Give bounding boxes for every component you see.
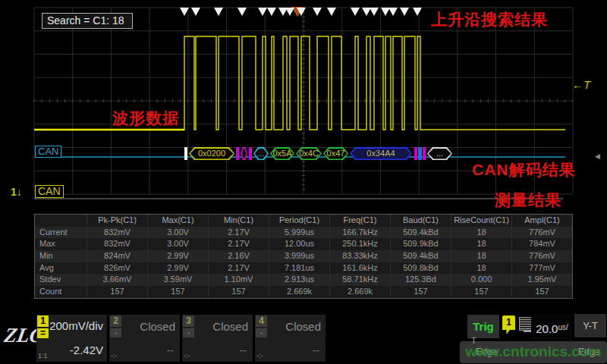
table-cell: 18 (451, 262, 511, 275)
can-decode-frame: 0x34A4 (350, 147, 412, 160)
trigger-level-marker[interactable]: ←T (572, 78, 590, 91)
annotation-search-result: 上升沿搜索结果 (431, 9, 548, 30)
search-marker-icon (285, 8, 294, 16)
table-cell: Baud(C1) (390, 215, 451, 227)
trig-button[interactable]: Trig (467, 315, 499, 338)
search-marker-icon (191, 8, 200, 16)
table-cell: Freq(C1) (329, 215, 390, 227)
search-status-box[interactable]: Search = C1: 18 (42, 13, 133, 29)
table-cell: 3.66mV (86, 274, 147, 286)
search-marker-icon (381, 8, 390, 16)
table-cell: 2.99V (147, 262, 208, 275)
channel4-offset: -- (313, 344, 319, 356)
channel1-box[interactable]: 1 = 1:1 200mV/div -2.42V (36, 315, 107, 362)
decode-scroll-left-icon[interactable]: ◀ (595, 152, 600, 160)
table-cell: 509.8kBd (390, 262, 451, 275)
table-cell: Ampl(C1) (511, 215, 572, 227)
can-decode-bar (184, 147, 187, 160)
table-cell: 2.669k (269, 286, 329, 298)
table-cell: 7.181us (269, 262, 329, 275)
watermark: www.cntronics.com (460, 341, 607, 363)
can-decode-frame: 0x47 (323, 147, 348, 160)
channel3-offset: -- (240, 344, 247, 356)
table-cell: 776mV (511, 250, 572, 262)
table-cell: 1.10mV (208, 274, 269, 286)
table-cell: 157 (451, 286, 511, 298)
can-decode-bar (423, 147, 426, 160)
table-cell: Current (35, 227, 86, 239)
channel4-badge: 4 (256, 315, 267, 327)
table-cell: 3.00V (147, 238, 208, 250)
table-cell: Avg (35, 262, 86, 275)
table-cell: 826mV (86, 262, 147, 275)
search-marker-icon (327, 8, 336, 16)
can-decode-frame-text: 0x4C (296, 147, 322, 160)
channel1-scale: 200mV/div (49, 319, 103, 332)
table-cell: RiseCount(C1) (451, 215, 511, 227)
channel1-offscreen-marker: 1↓ (11, 186, 22, 198)
can-decode-frame: 0x0200 (189, 147, 234, 160)
channel2-coupling-icon: - (110, 328, 121, 337)
table-cell: Pk-Pk(C1) (86, 215, 147, 227)
table-cell: 2.17V (208, 262, 269, 275)
table-cell: 824mV (86, 250, 147, 262)
bus-display-icon-base (524, 331, 531, 332)
table-cell: 2.913us (269, 274, 329, 286)
channel1-coupling-icon: = (37, 328, 49, 338)
search-marker-icon (388, 8, 398, 16)
annotation-measure-result: 测量结果 (495, 190, 561, 211)
table-cell: 2.16V (208, 250, 269, 262)
channel4-probe-ratio: -:- (256, 352, 263, 359)
table-cell: 3.59mV (147, 274, 208, 286)
annotation-waveform-data: 波形数据 (112, 108, 179, 129)
can-decode-frame: ... (427, 147, 452, 160)
table-cell: 3.00V (147, 227, 208, 239)
search-marker-icon (180, 8, 189, 16)
table-cell: 18 (451, 227, 511, 239)
table-cell: 509.4kBd (390, 227, 451, 239)
can-bus2-label[interactable]: CAN (35, 185, 64, 198)
table-cell: Min(C1) (208, 215, 269, 227)
table-cell: 832mV (86, 238, 147, 250)
table-cell: 83.33kHz (329, 250, 390, 262)
search-marker-icon (237, 8, 247, 16)
can-decode-bar (249, 147, 252, 160)
measurement-table: Pk-Pk(C1)Max(C1)Min(C1)Period(C1)Freq(C1… (34, 214, 573, 299)
channel2-offset: -- (167, 344, 174, 356)
table-cell: 2.99V (147, 250, 208, 262)
search-marker-icon (413, 8, 422, 16)
table-cell: 832mV (86, 227, 147, 239)
annotation-can-decode-result: CAN解码结果 (472, 159, 576, 180)
table-cell: Min (35, 250, 86, 262)
channel3-badge: 3 (183, 315, 194, 327)
display-mode-button[interactable]: Y-T (574, 314, 606, 337)
channel1-probe-ratio: 1:1 (38, 352, 48, 359)
can-decode-bar (418, 147, 422, 160)
search-markers (180, 7, 422, 17)
channel2-box[interactable]: 2 - -:- Closed -- (109, 315, 180, 362)
channel4-status: Closed (285, 320, 321, 333)
can-bus1-label[interactable]: CAN (35, 146, 61, 158)
search-marker-icon (313, 8, 322, 16)
table-cell: 509.9kBd (390, 238, 451, 250)
table-cell: 166.7kHz (329, 227, 390, 239)
channel3-box[interactable]: 3 - -:- Closed -- (182, 315, 253, 362)
timebase-box[interactable]: 20.0us/ (531, 314, 573, 340)
search-marker-icon (267, 8, 276, 16)
search-marker-icon (214, 8, 223, 16)
table-cell: 784mV (511, 238, 572, 250)
channel4-box[interactable]: 4 - -:- Closed -- (255, 315, 326, 362)
search-marker-icon (351, 8, 360, 16)
table-cell: 2.669k (329, 286, 390, 298)
channel2-probe-ratio: -:- (111, 352, 118, 359)
table-cell: 157 (511, 286, 572, 298)
table-cell: 125.3Bd (390, 274, 451, 286)
table-cell: 157 (147, 286, 208, 298)
channel1-badge: 1 (37, 315, 49, 327)
table-cell: 1.95mV (511, 274, 572, 286)
oscilloscope-screen: Search = C1: 18 上升沿搜索结果 波形数据 CAN解码结果 测量结… (0, 0, 607, 364)
can-decode-frame-text: 0x34A4 (350, 147, 412, 160)
table-cell: 509.4kBd (390, 250, 451, 262)
channel3-probe-ratio: -:- (184, 352, 190, 359)
table-cell: 777mV (511, 262, 572, 275)
